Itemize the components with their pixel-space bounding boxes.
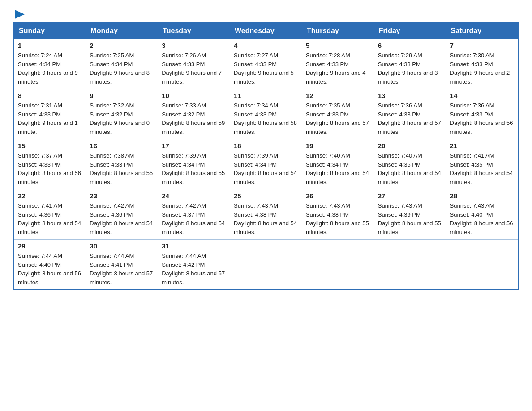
day-info: Sunrise: 7:25 AMSunset: 4:34 PMDaylight:…: [90, 51, 154, 86]
calendar-cell: 28 Sunrise: 7:43 AMSunset: 4:40 PMDaylig…: [446, 189, 518, 240]
day-number: 27: [378, 192, 442, 200]
day-info: Sunrise: 7:35 AMSunset: 4:33 PMDaylight:…: [306, 101, 370, 136]
day-info: Sunrise: 7:26 AMSunset: 4:33 PMDaylight:…: [162, 51, 226, 86]
day-info: Sunrise: 7:44 AMSunset: 4:42 PMDaylight:…: [162, 252, 226, 287]
header-wednesday: Wednesday: [230, 23, 302, 39]
day-number: 31: [162, 242, 226, 250]
calendar-week-row: 1 Sunrise: 7:24 AMSunset: 4:34 PMDayligh…: [14, 39, 518, 89]
day-info: Sunrise: 7:31 AMSunset: 4:33 PMDaylight:…: [18, 101, 82, 136]
day-number: 8: [18, 92, 82, 99]
day-number: 10: [162, 92, 226, 99]
day-info: Sunrise: 7:41 AMSunset: 4:36 PMDaylight:…: [18, 201, 82, 236]
calendar-week-row: 15 Sunrise: 7:37 AMSunset: 4:33 PMDaylig…: [14, 139, 518, 189]
calendar-week-row: 29 Sunrise: 7:44 AMSunset: 4:40 PMDaylig…: [14, 240, 518, 290]
calendar-cell: 17 Sunrise: 7:39 AMSunset: 4:34 PMDaylig…: [158, 139, 230, 189]
calendar-cell: 12 Sunrise: 7:35 AMSunset: 4:33 PMDaylig…: [302, 89, 374, 139]
day-number: 16: [90, 142, 154, 150]
day-number: 1: [18, 42, 82, 49]
calendar-cell: 19 Sunrise: 7:40 AMSunset: 4:34 PMDaylig…: [302, 139, 374, 189]
day-number: 9: [90, 92, 154, 99]
calendar-cell: 14 Sunrise: 7:36 AMSunset: 4:33 PMDaylig…: [446, 89, 518, 139]
calendar-cell: [302, 240, 374, 290]
calendar-cell: 2 Sunrise: 7:25 AMSunset: 4:34 PMDayligh…: [86, 39, 158, 89]
calendar-cell: 13 Sunrise: 7:36 AMSunset: 4:33 PMDaylig…: [374, 89, 446, 139]
day-info: Sunrise: 7:39 AMSunset: 4:34 PMDaylight:…: [234, 151, 298, 186]
day-number: 14: [450, 92, 514, 99]
calendar-cell: 25 Sunrise: 7:43 AMSunset: 4:38 PMDaylig…: [230, 189, 302, 240]
day-info: Sunrise: 7:34 AMSunset: 4:33 PMDaylight:…: [234, 101, 298, 136]
day-info: Sunrise: 7:42 AMSunset: 4:36 PMDaylight:…: [90, 201, 154, 236]
day-number: 12: [306, 92, 370, 99]
calendar-cell: 21 Sunrise: 7:41 AMSunset: 4:35 PMDaylig…: [446, 139, 518, 189]
header-friday: Friday: [374, 23, 446, 39]
header-thursday: Thursday: [302, 23, 374, 39]
calendar-cell: 27 Sunrise: 7:43 AMSunset: 4:39 PMDaylig…: [374, 189, 446, 240]
calendar-cell: 15 Sunrise: 7:37 AMSunset: 4:33 PMDaylig…: [14, 139, 86, 189]
header-tuesday: Tuesday: [158, 23, 230, 39]
day-info: Sunrise: 7:43 AMSunset: 4:40 PMDaylight:…: [450, 201, 514, 236]
calendar-cell: 11 Sunrise: 7:34 AMSunset: 4:33 PMDaylig…: [230, 89, 302, 139]
day-number: 17: [162, 142, 226, 150]
day-number: 26: [306, 192, 370, 200]
day-number: 15: [18, 142, 82, 150]
day-number: 3: [162, 42, 226, 49]
day-number: 5: [306, 42, 370, 49]
day-info: Sunrise: 7:30 AMSunset: 4:33 PMDaylight:…: [450, 51, 514, 86]
day-info: Sunrise: 7:43 AMSunset: 4:38 PMDaylight:…: [234, 201, 298, 236]
calendar-cell: 5 Sunrise: 7:28 AMSunset: 4:33 PMDayligh…: [302, 39, 374, 89]
day-number: 6: [378, 42, 442, 49]
day-info: Sunrise: 7:32 AMSunset: 4:32 PMDaylight:…: [90, 101, 154, 136]
day-info: Sunrise: 7:28 AMSunset: 4:33 PMDaylight:…: [306, 51, 370, 86]
day-number: 21: [450, 142, 514, 150]
calendar-cell: [230, 240, 302, 290]
day-number: 7: [450, 42, 514, 49]
calendar-cell: 6 Sunrise: 7:29 AMSunset: 4:33 PMDayligh…: [374, 39, 446, 89]
day-number: 11: [234, 92, 298, 99]
day-info: Sunrise: 7:44 AMSunset: 4:40 PMDaylight:…: [18, 252, 82, 287]
day-number: 24: [162, 192, 226, 200]
calendar-cell: 26 Sunrise: 7:43 AMSunset: 4:38 PMDaylig…: [302, 189, 374, 240]
day-info: Sunrise: 7:40 AMSunset: 4:34 PMDaylight:…: [306, 151, 370, 186]
day-number: 29: [18, 242, 82, 250]
day-info: Sunrise: 7:40 AMSunset: 4:35 PMDaylight:…: [378, 151, 442, 186]
calendar-cell: 18 Sunrise: 7:39 AMSunset: 4:34 PMDaylig…: [230, 139, 302, 189]
day-info: Sunrise: 7:27 AMSunset: 4:33 PMDaylight:…: [234, 51, 298, 86]
logo: [13, 9, 25, 18]
day-info: Sunrise: 7:43 AMSunset: 4:38 PMDaylight:…: [306, 201, 370, 236]
day-number: 28: [450, 192, 514, 200]
day-number: 18: [234, 142, 298, 150]
page-header: [13, 9, 519, 18]
day-info: Sunrise: 7:39 AMSunset: 4:34 PMDaylight:…: [162, 151, 226, 186]
calendar-cell: 3 Sunrise: 7:26 AMSunset: 4:33 PMDayligh…: [158, 39, 230, 89]
day-number: 4: [234, 42, 298, 49]
calendar-cell: 16 Sunrise: 7:38 AMSunset: 4:33 PMDaylig…: [86, 139, 158, 189]
day-info: Sunrise: 7:33 AMSunset: 4:32 PMDaylight:…: [162, 101, 226, 136]
day-info: Sunrise: 7:29 AMSunset: 4:33 PMDaylight:…: [378, 51, 442, 86]
day-number: 13: [378, 92, 442, 99]
day-info: Sunrise: 7:36 AMSunset: 4:33 PMDaylight:…: [378, 101, 442, 136]
calendar-cell: 9 Sunrise: 7:32 AMSunset: 4:32 PMDayligh…: [86, 89, 158, 139]
day-info: Sunrise: 7:44 AMSunset: 4:41 PMDaylight:…: [90, 252, 154, 287]
day-number: 30: [90, 242, 154, 250]
svg-marker-0: [15, 10, 25, 19]
calendar-cell: 8 Sunrise: 7:31 AMSunset: 4:33 PMDayligh…: [14, 89, 86, 139]
day-info: Sunrise: 7:24 AMSunset: 4:34 PMDaylight:…: [18, 51, 82, 86]
calendar-cell: 22 Sunrise: 7:41 AMSunset: 4:36 PMDaylig…: [14, 189, 86, 240]
day-info: Sunrise: 7:41 AMSunset: 4:35 PMDaylight:…: [450, 151, 514, 186]
calendar-table: SundayMondayTuesdayWednesdayThursdayFrid…: [13, 22, 519, 290]
day-number: 20: [378, 142, 442, 150]
day-number: 23: [90, 192, 154, 200]
calendar-cell: 20 Sunrise: 7:40 AMSunset: 4:35 PMDaylig…: [374, 139, 446, 189]
logo-arrow-icon: [15, 10, 25, 19]
header-sunday: Sunday: [14, 23, 86, 39]
calendar-cell: [446, 240, 518, 290]
calendar-cell: 24 Sunrise: 7:42 AMSunset: 4:37 PMDaylig…: [158, 189, 230, 240]
calendar-cell: 10 Sunrise: 7:33 AMSunset: 4:32 PMDaylig…: [158, 89, 230, 139]
day-number: 22: [18, 192, 82, 200]
calendar-cell: 4 Sunrise: 7:27 AMSunset: 4:33 PMDayligh…: [230, 39, 302, 89]
header-monday: Monday: [86, 23, 158, 39]
day-info: Sunrise: 7:36 AMSunset: 4:33 PMDaylight:…: [450, 101, 514, 136]
day-info: Sunrise: 7:43 AMSunset: 4:39 PMDaylight:…: [378, 201, 442, 236]
calendar-week-row: 22 Sunrise: 7:41 AMSunset: 4:36 PMDaylig…: [14, 189, 518, 240]
calendar-cell: 30 Sunrise: 7:44 AMSunset: 4:41 PMDaylig…: [86, 240, 158, 290]
